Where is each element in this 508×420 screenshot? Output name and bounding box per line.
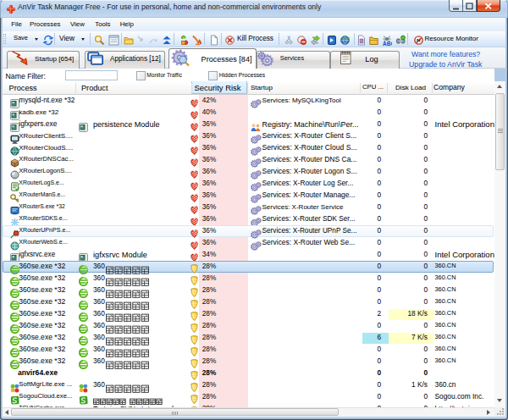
svg-text:ABC: ABC — [383, 41, 392, 47]
